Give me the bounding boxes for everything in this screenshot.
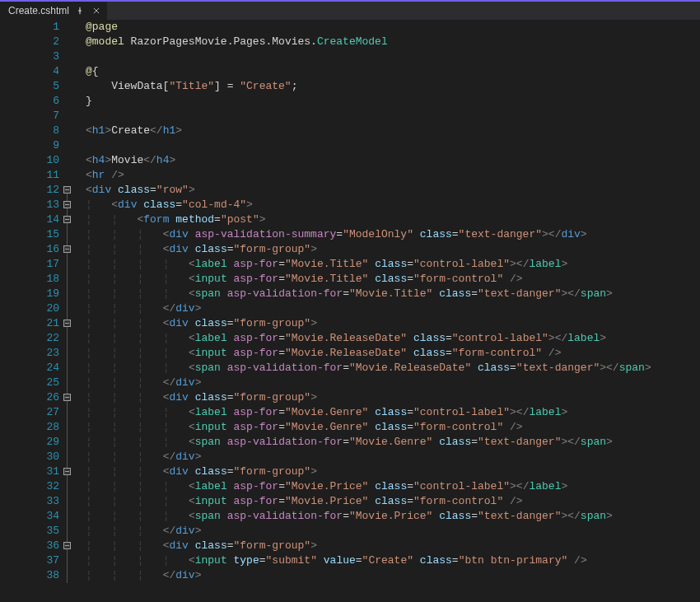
line-number: 12	[0, 183, 59, 198]
code-line[interactable]: ¦ ¦ ¦ <div class="form-group">	[86, 464, 700, 479]
line-number: 20	[0, 301, 59, 316]
tab-filename: Create.cshtml	[8, 5, 69, 16]
fold-toggle-icon[interactable]	[63, 542, 71, 549]
code-line[interactable]: ¦ ¦ <form method="post">	[86, 212, 700, 227]
line-number: 18	[0, 272, 59, 287]
line-number: 28	[0, 420, 59, 435]
code-line[interactable]: ¦ ¦ ¦ ¦ <input type="submit" value="Crea…	[86, 553, 700, 568]
code-line[interactable]: ¦ ¦ ¦ ¦ <label asp-for="Movie.Title" cla…	[86, 257, 700, 272]
line-number: 13	[0, 198, 59, 212]
code-line[interactable]: ¦ ¦ ¦ ¦ <input asp-for="Movie.ReleaseDat…	[86, 346, 700, 361]
code-line[interactable]: <hr />	[86, 168, 700, 183]
code-line[interactable]: ¦ ¦ ¦ <div asp-validation-summary="Model…	[86, 227, 700, 242]
fold-toggle-icon[interactable]	[63, 320, 71, 327]
line-number: 33	[0, 494, 59, 509]
code-line[interactable]: ¦ ¦ ¦ </div>	[86, 376, 700, 390]
code-line[interactable]: ¦ ¦ ¦ </div>	[86, 301, 700, 316]
line-number: 1	[0, 20, 59, 35]
code-line[interactable]: ¦ ¦ ¦ </div>	[86, 524, 700, 539]
code-line[interactable]: ViewData["Title"] = "Create";	[86, 79, 700, 94]
line-number: 17	[0, 257, 59, 272]
line-number: 21	[0, 316, 59, 331]
code-line[interactable]: ¦ ¦ ¦ <div class="form-group">	[86, 316, 700, 331]
code-line[interactable]: <h1>Create</h1>	[86, 124, 700, 138]
code-line[interactable]: ¦ ¦ ¦ ¦ <span asp-validation-for="Movie.…	[86, 435, 700, 450]
line-number: 15	[0, 227, 59, 242]
line-number: 25	[0, 376, 59, 390]
line-number: 16	[0, 242, 59, 257]
line-number: 34	[0, 509, 59, 524]
line-number: 9	[0, 138, 59, 153]
line-number: 6	[0, 94, 59, 109]
line-number: 36	[0, 539, 59, 553]
code-line[interactable]: ¦ ¦ ¦ <div class="form-group">	[86, 539, 700, 553]
code-line[interactable]: ¦ ¦ ¦ ¦ <input asp-for="Movie.Genre" cla…	[86, 420, 700, 435]
code-area[interactable]: @page@model RazorPagesMovie.Pages.Movies…	[72, 20, 700, 602]
code-line[interactable]: ¦ ¦ ¦ ¦ <input asp-for="Movie.Title" cla…	[86, 272, 700, 287]
code-line[interactable]: ¦ ¦ ¦ <div class="form-group">	[86, 242, 700, 257]
code-line[interactable]: ¦ ¦ ¦ ¦ <span asp-validation-for="Movie.…	[86, 509, 700, 524]
code-line[interactable]: ¦ ¦ ¦ ¦ <label asp-for="Movie.ReleaseDat…	[86, 331, 700, 346]
line-number: 5	[0, 79, 59, 94]
code-line[interactable]: @model RazorPagesMovie.Pages.Movies.Crea…	[86, 35, 700, 49]
fold-toggle-icon[interactable]	[63, 245, 71, 253]
line-number: 37	[0, 553, 59, 568]
pin-icon[interactable]	[74, 5, 86, 16]
line-number: 26	[0, 390, 59, 405]
code-line[interactable]: ¦ ¦ ¦ ¦ <span asp-validation-for="Movie.…	[86, 361, 700, 376]
code-line[interactable]: ¦ ¦ ¦ ¦ <input asp-for="Movie.Price" cla…	[86, 494, 700, 509]
code-line[interactable]: ¦ ¦ ¦ <div class="form-group">	[86, 390, 700, 405]
line-number: 4	[0, 64, 59, 79]
line-number: 32	[0, 479, 59, 494]
code-line[interactable]: @{	[86, 64, 700, 79]
line-number: 3	[0, 49, 59, 64]
fold-toggle-icon[interactable]	[63, 394, 71, 401]
code-line[interactable]: ¦ ¦ ¦ ¦ <label asp-for="Movie.Price" cla…	[86, 479, 700, 494]
code-line[interactable]: ¦ ¦ ¦ </div>	[86, 568, 700, 583]
code-editor[interactable]: 1234567891011121314151617181920212223242…	[0, 20, 700, 602]
line-number: 10	[0, 153, 59, 168]
code-line[interactable]	[86, 138, 700, 153]
line-number-gutter: 1234567891011121314151617181920212223242…	[0, 20, 72, 602]
line-number: 24	[0, 361, 59, 376]
tab-bar: Create.cshtml	[0, 0, 700, 20]
line-number: 8	[0, 124, 59, 138]
code-line[interactable]: @page	[86, 20, 700, 35]
code-line[interactable]: <h4>Movie</h4>	[86, 153, 700, 168]
fold-toggle-icon[interactable]	[63, 216, 71, 223]
line-number: 29	[0, 435, 59, 450]
code-line[interactable]: ¦ ¦ ¦ </div>	[86, 450, 700, 464]
line-number: 27	[0, 405, 59, 420]
code-line[interactable]	[86, 109, 700, 124]
line-number: 19	[0, 287, 59, 301]
tab-create-cshtml[interactable]: Create.cshtml	[0, 2, 108, 20]
code-line[interactable]: <div class="row">	[86, 183, 700, 198]
line-number: 35	[0, 524, 59, 539]
code-line[interactable]: ¦ <div class="col-md-4">	[86, 198, 700, 212]
line-number: 22	[0, 331, 59, 346]
code-line[interactable]: ¦ ¦ ¦ ¦ <span asp-validation-for="Movie.…	[86, 287, 700, 301]
line-number: 14	[0, 212, 59, 227]
code-line[interactable]: ¦ ¦ ¦ ¦ <label asp-for="Movie.Genre" cla…	[86, 405, 700, 420]
code-line[interactable]	[86, 49, 700, 64]
line-number: 2	[0, 35, 59, 49]
line-number: 11	[0, 168, 59, 183]
line-number: 38	[0, 568, 59, 583]
line-number: 23	[0, 346, 59, 361]
fold-toggle-icon[interactable]	[63, 468, 71, 475]
line-number: 30	[0, 450, 59, 464]
close-icon[interactable]	[91, 5, 102, 16]
line-number: 31	[0, 464, 59, 479]
fold-toggle-icon[interactable]	[63, 186, 71, 194]
fold-toggle-icon[interactable]	[63, 201, 71, 208]
line-number: 7	[0, 109, 59, 124]
code-line[interactable]: }	[86, 94, 700, 109]
